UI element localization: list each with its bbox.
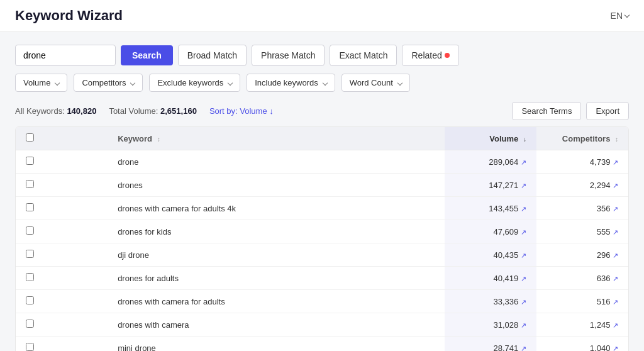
sort-by-volume[interactable]: Sort by: Volume ↓ [209, 106, 274, 116]
volume-arrow-icon[interactable]: ↗ [521, 182, 526, 189]
app-title: Keyword Wizard [15, 8, 123, 24]
row-checkbox-cell[interactable] [16, 220, 108, 243]
competitors-sort-icon: ↕ [615, 136, 618, 143]
sort-value: Volume ↓ [240, 106, 273, 116]
keyword-cell: dji drone [108, 243, 445, 267]
competitors-filter-label: Competitors [82, 78, 126, 87]
keyword-table: Keyword ↕ Volume ↓ Competitors ↕ [16, 127, 628, 351]
volume-arrow-icon[interactable]: ↗ [521, 275, 526, 282]
table-row: drones with camera for adults 33,336 ↗ 5… [16, 290, 628, 313]
row-checkbox-cell[interactable] [16, 267, 108, 290]
row-checkbox-6[interactable] [26, 296, 34, 304]
volume-filter[interactable]: Volume [15, 74, 67, 92]
row-checkbox-cell[interactable] [16, 290, 108, 313]
search-button[interactable]: Search [121, 45, 173, 65]
competitors-col-label: Competitors [562, 134, 611, 143]
phrase-match-tab[interactable]: Phrase Match [252, 45, 325, 66]
broad-match-tab[interactable]: Broad Match [178, 45, 247, 66]
competitors-cell: 2,294 ↗ [536, 174, 628, 197]
export-button[interactable]: Export [586, 102, 629, 120]
competitors-arrow-icon[interactable]: ↗ [613, 275, 618, 282]
table-header: Keyword ↕ Volume ↓ Competitors ↕ [16, 127, 628, 150]
select-all-checkbox[interactable] [26, 133, 34, 142]
row-checkbox-8[interactable] [26, 343, 34, 351]
volume-column-header[interactable]: Volume ↓ [445, 127, 536, 150]
competitors-arrow-icon[interactable]: ↗ [613, 252, 618, 259]
volume-arrow-icon[interactable]: ↗ [521, 159, 526, 166]
row-checkbox-3[interactable] [26, 226, 34, 235]
competitors-cell: 296 ↗ [536, 243, 628, 267]
search-input[interactable] [15, 45, 116, 66]
volume-arrow-icon[interactable]: ↗ [521, 321, 526, 329]
row-checkbox-cell[interactable] [16, 243, 108, 267]
keyword-col-label: Keyword [118, 134, 152, 143]
total-volume-value: 2,651,160 [160, 106, 197, 116]
filter-row: Volume Competitors Exclude keywords Incl… [15, 74, 629, 92]
competitors-column-header[interactable]: Competitors ↕ [536, 127, 628, 150]
exclude-filter-chevron-icon [228, 80, 233, 85]
volume-arrow-icon[interactable]: ↗ [521, 228, 526, 236]
keyword-count-value: 140,820 [67, 106, 96, 116]
action-buttons: Search Terms Export [512, 102, 629, 120]
row-checkbox-7[interactable] [26, 320, 34, 328]
volume-arrow-icon[interactable]: ↗ [521, 252, 526, 259]
volume-arrow-icon[interactable]: ↗ [521, 298, 526, 306]
table-body: drone 289,064 ↗ 4,739 ↗ drones 147,271 ↗… [16, 150, 628, 352]
table-row: dji drone 40,435 ↗ 296 ↗ [16, 243, 628, 267]
row-checkbox-cell[interactable] [16, 337, 108, 352]
table-row: drones 147,271 ↗ 2,294 ↗ [16, 174, 628, 197]
competitors-arrow-icon[interactable]: ↗ [613, 298, 618, 306]
related-tab[interactable]: Related [402, 45, 458, 66]
competitors-filter[interactable]: Competitors [74, 74, 143, 92]
row-checkbox-5[interactable] [26, 273, 34, 281]
search-terms-button[interactable]: Search Terms [512, 102, 581, 120]
volume-cell: 40,419 ↗ [445, 267, 536, 290]
volume-cell: 28,741 ↗ [445, 337, 536, 352]
volume-filter-label: Volume [23, 78, 50, 87]
competitors-cell: 4,739 ↗ [536, 150, 628, 174]
keyword-count-label: All Keywords: 140,820 [15, 106, 96, 116]
competitors-arrow-icon[interactable]: ↗ [613, 182, 618, 189]
word-count-filter-label: Word Count [350, 78, 393, 87]
volume-cell: 143,455 ↗ [445, 197, 536, 220]
row-checkbox-cell[interactable] [16, 313, 108, 337]
row-checkbox-4[interactable] [26, 250, 34, 258]
exclude-keywords-filter[interactable]: Exclude keywords [149, 74, 240, 92]
include-filter-label: Include keywords [255, 78, 318, 87]
competitors-arrow-icon[interactable]: ↗ [613, 321, 618, 329]
keyword-cell: mini drone [108, 337, 445, 352]
row-checkbox-0[interactable] [26, 157, 34, 165]
competitors-arrow-icon[interactable]: ↗ [613, 228, 618, 236]
keyword-cell: drones with camera for adults [108, 290, 445, 313]
lang-chevron-icon [625, 13, 630, 18]
top-bar: Keyword Wizard EN [0, 0, 644, 32]
row-checkbox-cell[interactable] [16, 197, 108, 220]
search-row: Search Broad Match Phrase Match Exact Ma… [15, 45, 629, 66]
competitors-arrow-icon[interactable]: ↗ [613, 159, 618, 166]
competitors-arrow-icon[interactable]: ↗ [613, 205, 618, 213]
keyword-column-header[interactable]: Keyword ↕ [108, 127, 445, 150]
volume-arrow-icon[interactable]: ↗ [521, 205, 526, 213]
table-row: mini drone 28,741 ↗ 1,040 ↗ [16, 337, 628, 352]
keyword-cell: drones with camera for adults 4k [108, 197, 445, 220]
related-label: Related [411, 50, 441, 60]
row-checkbox-2[interactable] [26, 203, 34, 211]
volume-cell: 31,028 ↗ [445, 313, 536, 337]
include-keywords-filter[interactable]: Include keywords [247, 74, 335, 92]
exact-match-tab[interactable]: Exact Match [330, 45, 397, 66]
volume-cell: 40,435 ↗ [445, 243, 536, 267]
summary-row: All Keywords: 140,820 Total Volume: 2,65… [15, 102, 629, 120]
table-row: drones for adults 40,419 ↗ 636 ↗ [16, 267, 628, 290]
select-all-header[interactable] [16, 127, 108, 150]
keyword-cell: drones with camera [108, 313, 445, 337]
volume-cell: 33,336 ↗ [445, 290, 536, 313]
total-volume-label: Total Volume: 2,651,160 [109, 106, 197, 116]
competitors-arrow-icon[interactable]: ↗ [613, 345, 618, 352]
keyword-table-container: Keyword ↕ Volume ↓ Competitors ↕ [15, 126, 629, 351]
row-checkbox-cell[interactable] [16, 150, 108, 174]
word-count-filter[interactable]: Word Count [341, 74, 410, 92]
row-checkbox-cell[interactable] [16, 174, 108, 197]
row-checkbox-1[interactable] [26, 180, 34, 188]
volume-arrow-icon[interactable]: ↗ [521, 345, 526, 352]
lang-selector[interactable]: EN [611, 11, 629, 21]
